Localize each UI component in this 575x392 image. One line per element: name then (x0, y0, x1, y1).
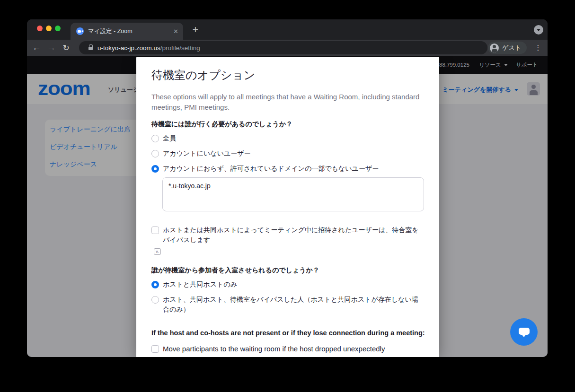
avatar-icon (490, 44, 499, 52)
radio-group-waiting-room-target: 全員 アカウントにいないユーザー アカウントにおらず、許可されているドメインの一… (151, 133, 424, 174)
radio-group-who-admits: ホストと共同ホストのみ ホスト、共同ホスト、待機室をバイパスした人（ホストと共同… (151, 279, 424, 314)
radio-option-host-cohost-only[interactable]: ホストと共同ホストのみ (151, 279, 424, 289)
checkbox-label: Move participants to the waiting room if… (163, 344, 385, 354)
browser-menu-button[interactable]: ⋮ (534, 42, 542, 53)
tab-title: マイ設定 - Zoom (88, 27, 173, 35)
window-controls[interactable] (37, 26, 61, 31)
radio-label: 全員 (163, 133, 176, 143)
question-who-admits: 誰が待機室から参加者を入室させられるのでしょうか？ (151, 265, 424, 275)
chat-widget-button[interactable] (510, 318, 538, 346)
reload-button[interactable]: ↻ (59, 43, 73, 53)
tab-close-icon[interactable]: ✕ (173, 28, 178, 35)
chevron-down-icon (537, 29, 540, 31)
minimize-window-button[interactable] (46, 26, 52, 31)
tab-strip: マイ設定 - Zoom ✕ + (27, 19, 548, 40)
profile-button[interactable]: ゲスト (488, 42, 527, 54)
browser-toolbar: ← → ↻ u-tokyo-ac-jp.zoom.us/profile/sett… (27, 40, 548, 56)
tab-search-button[interactable] (534, 25, 543, 35)
question-who-goes-to-waiting-room: 待機室には誰が行く必要があるのでしょうか？ (151, 119, 424, 129)
address-bar[interactable]: u-tokyo-ac-jp.zoom.us/profile/setting (79, 41, 487, 54)
dialog-description: These options will apply to all meetings… (151, 92, 424, 112)
radio-label: ホストと共同ホストのみ (163, 279, 237, 289)
forward-button[interactable]: → (44, 43, 59, 53)
maximize-window-button[interactable] (55, 26, 61, 31)
chat-bubble-icon (519, 328, 530, 335)
back-button[interactable]: ← (29, 43, 44, 53)
url-host: u-tokyo-ac-jp.zoom.us (97, 44, 160, 52)
browser-window: マイ設定 - Zoom ✕ + ← → ↻ u-tokyo-ac-jp.zoom… (27, 19, 548, 357)
question-host-not-present: If the host and co-hosts are not present… (151, 328, 424, 338)
browser-tab[interactable]: マイ設定 - Zoom ✕ (71, 23, 183, 40)
close-window-button[interactable] (37, 26, 43, 31)
v-badge-icon: v. (154, 248, 161, 255)
radio-icon[interactable] (151, 296, 159, 304)
radio-icon[interactable] (151, 150, 159, 157)
checkbox-icon[interactable] (151, 345, 159, 353)
new-tab-button[interactable]: + (190, 24, 201, 35)
move-participants-option[interactable]: Move participants to the waiting room if… (151, 344, 424, 354)
radio-option-users-not-in-account-or-domain[interactable]: アカウントにおらず、許可されているドメインの一部でもないユーザー (151, 164, 424, 174)
radio-label: アカウントにおらず、許可されているドメインの一部でもないユーザー (163, 164, 379, 174)
radio-icon[interactable] (151, 135, 159, 142)
allowed-domains-input[interactable]: *.u-tokyo.ac.jp (162, 177, 424, 211)
radio-label: ホスト、共同ホスト、待機室をバイパスした人（ホストと共同ホストが存在しない場合の… (163, 295, 423, 314)
url-text: u-tokyo-ac-jp.zoom.us/profile/setting (97, 44, 200, 52)
radio-label: アカウントにいないユーザー (163, 148, 251, 158)
radio-option-users-not-in-account[interactable]: アカウントにいないユーザー (151, 148, 424, 158)
zoom-favicon-icon (76, 27, 84, 35)
radio-icon[interactable] (151, 165, 159, 173)
page-content: 1.888.799.0125 リソース サポート zoom ソリューシ ミーティ… (27, 56, 548, 357)
radio-option-everyone[interactable]: 全員 (151, 133, 424, 143)
checkbox-label: ホストまたは共同ホストによってミーティング中に招待されたユーザーは、待合室をバイ… (163, 225, 424, 245)
lock-icon (88, 47, 93, 50)
waiting-room-options-dialog: 待機室のオプション These options will apply to al… (136, 57, 439, 357)
guest-label: ゲスト (502, 44, 521, 52)
dialog-title: 待機室のオプション (151, 68, 424, 83)
radio-icon[interactable] (151, 281, 159, 288)
checkbox-icon[interactable] (151, 226, 159, 234)
url-path: /profile/setting (160, 44, 200, 52)
radio-option-host-cohost-bypass[interactable]: ホスト、共同ホスト、待機室をバイパスした人（ホストと共同ホストが存在しない場合の… (151, 295, 424, 314)
bypass-waiting-room-option[interactable]: ホストまたは共同ホストによってミーティング中に招待されたユーザーは、待合室をバイ… (151, 225, 424, 245)
